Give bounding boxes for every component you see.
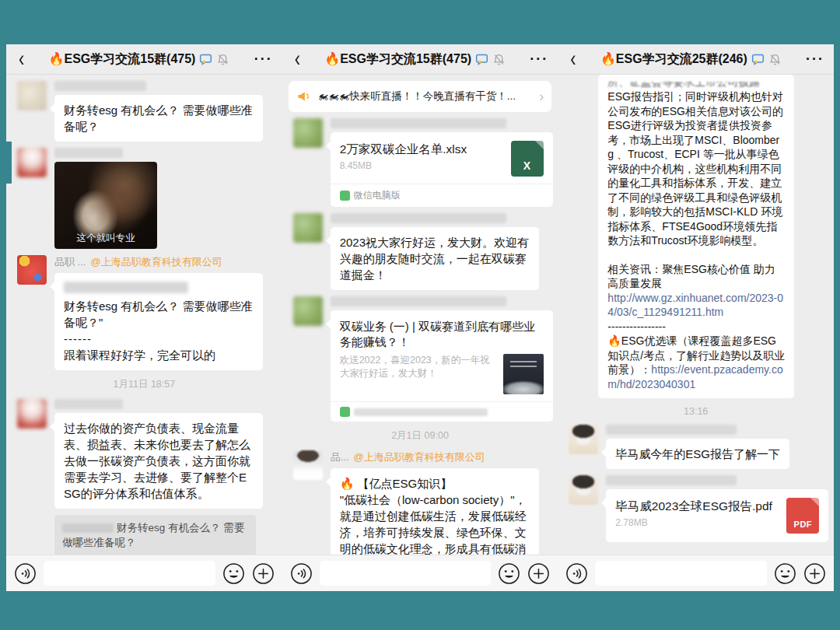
- message-row: 所、证监会等要求上市公司披露 ESG报告指引；同时评级机构也针对公司发布的ESG…: [558, 75, 834, 398]
- bell-muted-icon[interactable]: [492, 53, 506, 66]
- article-source-row: [331, 401, 553, 422]
- sender-name-row: 品... @上海品职教育科技有限公司: [331, 450, 548, 464]
- redacted-name: [606, 475, 737, 485]
- file-source: 微信电脑版: [354, 189, 401, 202]
- avatar[interactable]: [17, 399, 47, 429]
- message-input[interactable]: [595, 561, 767, 586]
- more-menu-icon[interactable]: ···: [803, 51, 824, 68]
- chat-title: 🔥ESG学习交流25群(246): [600, 51, 747, 68]
- message-list-2[interactable]: 🏍🏍🏍快来听直播！！今晚直播有干货！... › 2万家双碳企业名单.xlsx 8…: [282, 75, 558, 555]
- news-link[interactable]: http://www.gz.xinhuanet.com/2023-04/03/c…: [607, 292, 783, 319]
- chat-panel-1: ‹ 🔥ESG学习交流15群(475) ···: [6, 44, 282, 591]
- group-chat-bubble-icon[interactable]: [751, 53, 765, 66]
- avatar[interactable]: [293, 296, 323, 326]
- avatar-pinzhi[interactable]: [17, 255, 47, 285]
- avatar[interactable]: [293, 450, 323, 480]
- long-text-bubble[interactable]: 所、证监会等要求上市公司披露 ESG报告指引；同时评级机构也针对公司发布的ESG…: [598, 75, 794, 398]
- plus-icon[interactable]: [527, 562, 550, 585]
- sender-org-tag: @上海品职教育科技有限公司: [354, 450, 485, 464]
- back-icon[interactable]: ‹: [16, 48, 27, 71]
- chat-panel-2: ‹ 🔥ESG学习交流15群(475) ···: [282, 44, 558, 591]
- official-account-icon: [340, 407, 350, 417]
- message-body: 双碳业务 (一) | 双碳赛道到底有哪些业务能赚钱？！ 欢送2022，喜迎202…: [331, 296, 548, 422]
- chat-header-3: ‹ 🔥ESG学习交流25群(246) ···: [558, 44, 834, 75]
- avatar[interactable]: [569, 425, 598, 454]
- file-card-pdf[interactable]: 毕马威2023全球ESG报告.pdf 2.78MB PDF: [606, 489, 828, 542]
- plus-icon[interactable]: [252, 562, 275, 585]
- plus-icon[interactable]: [803, 562, 826, 585]
- esg-rating-body: ESG报告指引；同时评级机构也针对公司发布的ESG相关信息对该公司的ESG进行评…: [607, 90, 783, 247]
- bell-muted-icon[interactable]: [768, 53, 782, 66]
- bell-muted-icon[interactable]: [216, 53, 229, 66]
- text-bubble[interactable]: 毕马威今年的ESG报告了解一下: [606, 439, 789, 469]
- sender-name: 品职 ...: [54, 255, 86, 269]
- avatar[interactable]: [17, 148, 47, 177]
- related-news-label: 相关资讯：聚焦ESG核心价值 助力高质量发展: [607, 263, 775, 290]
- message-input[interactable]: [44, 561, 215, 586]
- pdf-file-icon: PDF: [786, 498, 819, 534]
- reply-divider: ------: [64, 332, 92, 345]
- input-bar-3: [558, 555, 834, 591]
- emoji-icon[interactable]: [222, 562, 245, 585]
- voice-icon[interactable]: [565, 562, 588, 585]
- message-body: 毕马威2023全球ESG报告.pdf 2.78MB PDF: [606, 475, 823, 542]
- excel-badge: X: [523, 159, 531, 172]
- text-bubble[interactable]: 2023祝大家行好运，发大财。欢迎有兴趣的朋友随时交流，一起在双碳赛道掘金！: [331, 227, 539, 290]
- text-bubble[interactable]: 财务转esg 有机会么？ 需要做哪些准备呢？: [54, 95, 263, 142]
- message-body: 2023祝大家行好运，发大财。欢迎有兴趣的朋友随时交流，一起在双碳赛道掘金！: [331, 213, 548, 290]
- message-input[interactable]: [320, 561, 492, 586]
- message-body: 过去你做的资产负债表、现金流量表、损益表、未来你也要去了解怎么去做一张碳资产负债…: [54, 399, 271, 509]
- article-description: 欢送2022，喜迎2023，新的一年祝大家行好运，发大财！: [340, 354, 497, 394]
- back-icon[interactable]: ‹: [567, 48, 579, 71]
- avatar[interactable]: [293, 213, 323, 243]
- article-link-card[interactable]: 双碳业务 (一) | 双碳赛道到底有哪些业务能赚钱？！ 欢送2022，喜迎202…: [331, 310, 553, 422]
- video-thumbnail[interactable]: 这个就叫专业: [54, 162, 157, 249]
- message-row: 财务转esg 有机会么？ 需要做哪些准备呢？: [6, 81, 282, 142]
- back-icon[interactable]: ‹: [292, 48, 303, 71]
- banner-text: 🏍🏍🏍快来听直播！！今晚直播有干货！...: [318, 89, 534, 103]
- file-card-xlsx[interactable]: 2万家双碳企业名单.xlsx 8.45MB X 微信电脑版: [331, 132, 553, 207]
- avatar[interactable]: [569, 475, 598, 505]
- message-list-1[interactable]: 财务转esg 有机会么？ 需要做哪些准备呢？ 这个就叫专业 品职 .: [6, 75, 282, 555]
- redacted-name: [331, 296, 506, 306]
- more-menu-icon[interactable]: ···: [527, 51, 548, 68]
- avatar[interactable]: [17, 81, 47, 110]
- voice-icon[interactable]: [290, 562, 313, 585]
- sender-name-row: 品职 ... @上海品职教育科技有限公司: [54, 255, 271, 269]
- message-row: 2万家双碳企业名单.xlsx 8.45MB X 微信电脑版: [282, 118, 558, 207]
- avatar[interactable]: [293, 118, 323, 148]
- quoted-message-box[interactable]: 财务转esg 有机会么？ 需要做哪些准备呢？: [54, 515, 256, 555]
- text-bubble[interactable]: 过去你做的资产负债表、现金流量表、损益表、未来你也要去了解怎么去做一张碳资产负债…: [54, 413, 263, 509]
- redacted-name: [54, 399, 123, 409]
- more-menu-icon[interactable]: ···: [251, 51, 273, 68]
- file-source-row: 微信电脑版: [331, 184, 553, 207]
- live-announcement-banner[interactable]: 🏍🏍🏍快来听直播！！今晚直播有干货！... ›: [289, 81, 552, 112]
- clipped-first-line: 所、证监会等要求上市公司披露: [607, 82, 785, 89]
- emoji-icon[interactable]: [774, 562, 796, 585]
- header-title-group: 🔥ESG学习交流25群(246): [579, 51, 803, 68]
- article-thumbnail: [503, 354, 544, 394]
- message-row: 这个就叫专业: [6, 148, 282, 249]
- chat-title: 🔥ESG学习交流15群(475): [49, 51, 196, 68]
- voice-icon[interactable]: [14, 562, 37, 585]
- group-chat-bubble-icon[interactable]: [475, 53, 488, 66]
- input-bar-2: [282, 555, 558, 591]
- message-row: 双碳业务 (一) | 双碳赛道到底有哪些业务能赚钱？！ 欢送2022，喜迎202…: [282, 296, 558, 422]
- message-body: 毕马威今年的ESG报告了解一下: [606, 425, 823, 469]
- input-bar-1: [6, 555, 282, 591]
- message-list-3[interactable]: 所、证监会等要求上市公司披露 ESG报告指引；同时评级机构也针对公司发布的ESG…: [558, 75, 834, 555]
- group-chat-bubble-icon[interactable]: [199, 53, 212, 66]
- blank-line: [607, 248, 785, 262]
- header-title-group: 🔥ESG学习交流15群(475): [27, 51, 250, 68]
- sender-name: 品...: [331, 450, 349, 464]
- redacted-name: [331, 118, 506, 128]
- timestamp: 1月11日 18:57: [6, 378, 282, 391]
- message-body: 财务转esg 有机会么？ 需要做哪些准备呢？: [54, 81, 271, 142]
- emoji-icon[interactable]: [498, 562, 520, 585]
- file-size: 8.45MB: [340, 160, 503, 171]
- redacted-name: [331, 213, 506, 223]
- dash-divider: ----------------: [607, 320, 666, 333]
- text-bubble[interactable]: 🔥 【亿点ESG知识】 "低碳社会（low-carbon society）"，就…: [331, 468, 539, 555]
- text-bubble[interactable]: 财务转esg 有机会么？ 需要做哪些准备呢？" ------ 跟着课程好好学，完…: [54, 273, 263, 370]
- article-title: 双碳业务 (一) | 双碳赛道到底有哪些业务能赚钱？！: [340, 319, 544, 350]
